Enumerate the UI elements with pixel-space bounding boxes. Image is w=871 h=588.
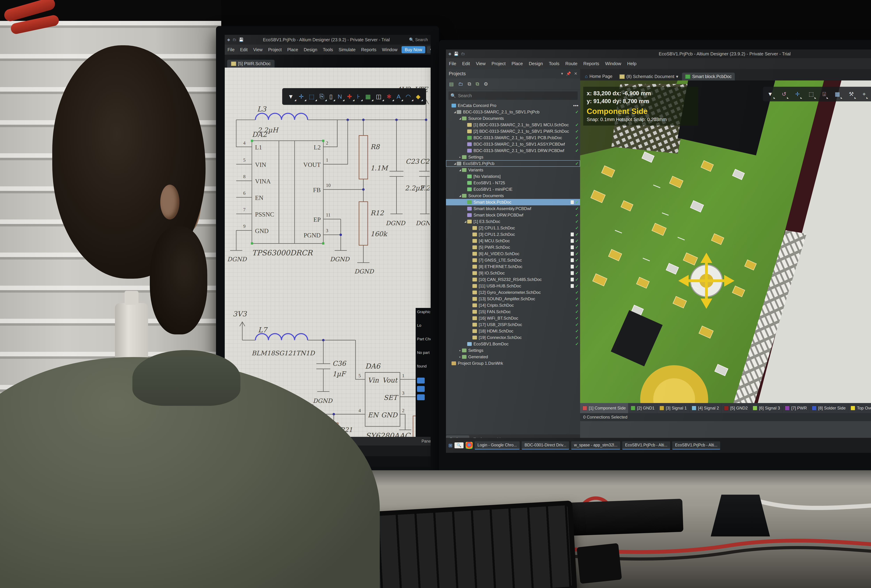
tree-item[interactable]: [5] PWR.SchDoc✓ — [446, 244, 580, 250]
lasso-icon[interactable]: ↺ — [782, 91, 786, 97]
tree-item[interactable]: EcoSBV1 - miniPCIE — [446, 186, 580, 193]
menu-window[interactable]: Window — [602, 61, 624, 66]
select-area-icon[interactable]: ⬚ — [309, 93, 314, 100]
menu-tools[interactable]: Tools — [546, 61, 563, 66]
part-icon[interactable]: ▦ — [365, 93, 371, 100]
doc-tab-smart-block-pcbdoc[interactable]: Smart block.PcbDoc — [682, 73, 735, 81]
menu-edit[interactable]: Edit — [237, 47, 250, 52]
layer-tab-top-overlay[interactable]: Top Overlay — [848, 403, 871, 413]
tree-item[interactable]: [11] USB-HUB.SchDoc✓ — [446, 283, 580, 289]
expand-arrow-icon[interactable]: ▸ — [458, 355, 462, 358]
tree-item[interactable]: ▸Settings — [446, 154, 580, 160]
tree-item[interactable]: EnCata Concord Pro••• — [446, 102, 580, 109]
component-icon[interactable]: ▦ — [835, 91, 840, 97]
sheet-icon[interactable]: ▯ — [329, 93, 333, 100]
compile-icon[interactable]: ▤ — [449, 81, 453, 87]
tree-item[interactable]: BDC-0313-SMARC_2.1_to_SBV1 PCB.PcbDoc✓ — [446, 135, 580, 141]
expand-arrow-icon[interactable]: ◢ — [458, 117, 462, 120]
net-icon[interactable]: N — [338, 93, 342, 100]
layer-tab--7-pwr[interactable]: [7] PWR — [783, 403, 809, 413]
tree-item[interactable]: [6] AI_VIDEO.SchDoc✓ — [446, 250, 580, 257]
via-icon[interactable]: ⌖ — [863, 91, 866, 97]
menu-design[interactable]: Design — [301, 47, 320, 52]
port-icon[interactable]: ◫ — [376, 93, 382, 100]
filter-icon[interactable]: ▼ — [767, 91, 773, 97]
taskbar-window-button[interactable]: Login - Google Chro... — [475, 441, 519, 450]
tree-item[interactable]: [7] GNSS_LTE.SchDoc✓ — [446, 257, 580, 263]
layer-tab--3-signal-1[interactable]: [3] Signal 1 — [657, 403, 689, 413]
taskbar-window-button[interactable]: EcoSBV1.PrjPcb - Alti... — [672, 441, 720, 450]
panel-button[interactable] — [417, 394, 425, 400]
layer-tab--1-component-side[interactable]: [1] Component Side — [580, 403, 629, 413]
tree-item[interactable]: ◢Source Documents — [446, 115, 580, 121]
move-icon[interactable]: ✛ — [299, 93, 304, 100]
tree-item[interactable]: [9] IO.SchDoc✓ — [446, 270, 580, 276]
tree-item[interactable]: [16] WiFi_BT.SchDoc✓ — [446, 315, 580, 321]
paste-icon[interactable]: ⎘ — [319, 93, 324, 100]
pin-icon[interactable]: 📌 — [566, 72, 571, 76]
doc-tab-home-page[interactable]: ⌂Home Page — [582, 72, 616, 81]
menu-route[interactable]: Route — [562, 61, 580, 66]
layer-tab--8-solder-side[interactable]: [8] Solder Side — [810, 403, 848, 413]
layer-tab--2-gnd1[interactable]: [2] GND1 — [629, 403, 657, 413]
tree-item[interactable]: ▸Settings — [446, 347, 580, 353]
taskbar-search[interactable]: 🔍 — [455, 442, 463, 448]
buy-now-button[interactable]: Buy Now — [401, 46, 425, 53]
tree-item[interactable]: Smart block Assembly.PCBDwf✓ — [446, 205, 580, 212]
doc-tab-pwr-schdoc[interactable]: [5] PWR.SchDoc — [227, 60, 275, 67]
tree-item[interactable]: [12] Gyro_Accelerometer.SchDoc✓ — [446, 289, 580, 296]
expand-arrow-icon[interactable]: ▸ — [458, 156, 462, 159]
panel-button[interactable] — [417, 386, 425, 392]
menu-file[interactable]: File — [446, 61, 459, 66]
tree-item[interactable]: Smart block DRW.PCBDwf✓ — [446, 212, 580, 218]
tree-item[interactable]: EcoSBV1 - N725 — [446, 180, 580, 186]
menu-place[interactable]: Place — [509, 61, 526, 66]
comment-icon[interactable]: 💬 — [427, 46, 431, 53]
select-area-icon[interactable]: ⬚ — [809, 91, 814, 97]
tree-item[interactable]: Project Group 1.DsnWrk — [446, 360, 580, 367]
route-icon[interactable]: ⚒ — [849, 91, 854, 97]
menu-reports[interactable]: Reports — [358, 47, 379, 52]
menu-view[interactable]: View — [473, 61, 489, 66]
directive-icon[interactable]: ✱ — [386, 93, 392, 100]
tree-item[interactable]: EcoSBV1.BomDoc✓ — [446, 341, 580, 347]
layer-tab--4-signal-2[interactable]: [4] Signal 2 — [689, 403, 721, 413]
tree-item[interactable]: [15] FAN.SchDoc✓ — [446, 308, 580, 315]
taskbar-window-button[interactable]: w_spase - app_stm32l... — [571, 441, 620, 450]
tree-item[interactable]: BDC-0313-SMARC_2.1_to_SBV1 ASSY.PCBDwf✓ — [446, 141, 580, 147]
move-icon[interactable]: ✛ — [795, 91, 800, 97]
menu-view[interactable]: View — [250, 47, 265, 52]
tree-item[interactable]: Smart block.PcbDoc✓ — [446, 199, 580, 205]
dropdown-icon[interactable]: ▾ — [561, 72, 563, 76]
chrome-icon[interactable] — [465, 442, 473, 449]
menu-edit[interactable]: Edit — [459, 61, 473, 66]
expand-arrow-icon[interactable]: ◢ — [463, 220, 467, 223]
filter-icon[interactable]: ▼ — [288, 93, 294, 100]
settings-icon[interactable]: ⚙ — [483, 81, 488, 87]
panel-button[interactable] — [417, 378, 425, 383]
menu-tools[interactable]: Tools — [320, 47, 336, 52]
arc-icon[interactable]: ◠ — [406, 93, 411, 100]
menu-place[interactable]: Place — [284, 47, 301, 52]
projects-search[interactable]: 🔍 Search — [448, 91, 578, 100]
tree-item[interactable]: [2] CPU1.1.SchDoc✓ — [446, 225, 580, 231]
bus-icon[interactable]: ⊦ — [357, 93, 360, 100]
tree-item[interactable]: ◢BDC-0313-SMARC_2.1_to_SBV1.PrjPcb✓ — [446, 109, 580, 115]
tree-item[interactable]: ◢EcoSBV1.PrjPcb✓ — [446, 160, 580, 167]
save-all-icon[interactable]: ⧉ — [476, 81, 479, 87]
menu-project[interactable]: Project — [489, 61, 509, 66]
tree-item[interactable]: [4] MCU.SchDoc✓ — [446, 238, 580, 244]
tree-item[interactable]: [No Variations] — [446, 173, 580, 180]
tree-item[interactable]: [18] HDMI.SchDoc✓ — [446, 328, 580, 334]
tree-item[interactable]: [3] CPU1.2.SchDoc✓ — [446, 231, 580, 238]
tree-item[interactable]: ◢[1] E3.SchDoc✓ — [446, 218, 580, 225]
tree-item[interactable]: [8] ETHERNET.SchDoc✓ — [446, 263, 580, 270]
text-icon[interactable]: A — [397, 93, 401, 100]
wire-icon[interactable]: ✚ — [347, 93, 352, 100]
expand-arrow-icon[interactable]: ◢ — [453, 162, 457, 165]
expand-arrow-icon[interactable]: ◢ — [458, 194, 462, 197]
expand-arrow-icon[interactable]: ▸ — [458, 349, 462, 352]
doc-tab--8-schematic-document[interactable]: (8) Schematic Document▾ — [616, 73, 681, 81]
tree-item[interactable]: ▸Generated — [446, 353, 580, 360]
close-icon[interactable]: ✕ — [574, 72, 577, 76]
